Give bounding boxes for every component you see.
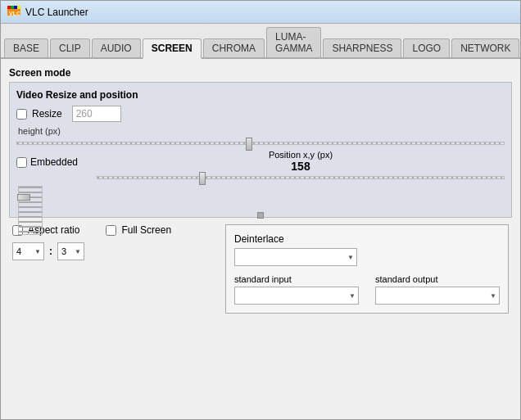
window-title: VLC Launcher <box>25 7 88 18</box>
position-value: 158 <box>97 160 505 173</box>
standard-input-label: standard input <box>234 274 359 284</box>
embedded-checkbox[interactable] <box>16 157 27 168</box>
tabs-bar: BASE CLIP AUDIO SCREEN CHROMA LUMA-GAMMA… <box>1 24 520 59</box>
content-area: Screen mode Video Resize and position Re… <box>1 59 520 419</box>
main-window: VLC VLC Launcher BASE CLIP AUDIO SCREEN … <box>0 0 521 420</box>
aspect-width-select[interactable]: 4 16 1 <box>12 242 44 260</box>
deinterlace-select[interactable] <box>234 248 357 266</box>
deinterlace-section: Deinterlace <box>234 233 500 266</box>
svg-rect-3 <box>17 6 20 9</box>
standard-input-group: standard input <box>234 274 359 305</box>
resize-slider-handle[interactable] <box>246 138 252 151</box>
right-bottom-panel: Deinterlace standard input <box>225 224 509 314</box>
aspect-height-select[interactable]: 3 9 1 <box>57 242 84 260</box>
standard-input-select[interactable] <box>234 287 359 305</box>
position-label: Position x,y (px) <box>97 150 505 160</box>
aspect-width-wrapper[interactable]: 4 16 1 <box>12 242 44 260</box>
aspect-values-row: 4 16 1 : 3 9 1 <box>12 242 209 260</box>
svg-rect-2 <box>14 6 17 9</box>
deinterlace-wrapper[interactable] <box>234 248 357 266</box>
full-screen-checkbox[interactable] <box>106 225 116 236</box>
left-bottom-panel: Aspect ratio Full Screen 4 16 1 : <box>12 224 209 314</box>
video-resize-title: Video Resize and position <box>16 89 505 101</box>
embedded-label: Embedded <box>30 156 78 168</box>
x-position-slider-handle[interactable] <box>199 172 206 185</box>
standard-output-label: standard output <box>375 274 500 284</box>
x-position-slider-track <box>97 176 505 179</box>
tab-clip[interactable]: CLIP <box>50 38 90 57</box>
embedded-row: Embedded <box>16 156 90 168</box>
tab-sharpness[interactable]: SHARPNESS <box>323 38 401 57</box>
tab-logo[interactable]: LOGO <box>403 38 450 57</box>
scroll-indicator <box>257 212 264 219</box>
standard-output-wrapper[interactable] <box>375 287 500 305</box>
embedded-position-section: Embedded Position x,y (px) 158 <box>16 150 505 183</box>
video-resize-group: Video Resize and position Resize height … <box>9 82 512 218</box>
y-position-slider-track <box>18 186 43 235</box>
aspect-colon: : <box>49 246 52 257</box>
resize-slider-track <box>16 142 505 145</box>
standard-output-group: standard output <box>375 274 500 305</box>
tab-audio[interactable]: AUDIO <box>92 38 141 57</box>
y-position-slider-handle[interactable] <box>17 194 30 201</box>
vlc-icon: VLC <box>7 6 20 19</box>
titlebar: VLC VLC Launcher <box>1 1 520 24</box>
tab-screen[interactable]: SCREEN <box>143 38 202 59</box>
screen-mode-title: Screen mode <box>9 67 512 79</box>
height-label: height (px) <box>18 126 61 136</box>
height-input[interactable] <box>72 106 121 122</box>
standard-input-wrapper[interactable] <box>234 287 359 305</box>
svg-rect-1 <box>11 6 14 9</box>
resize-checkbox[interactable] <box>16 109 27 120</box>
deinterlace-label: Deinterlace <box>234 233 500 245</box>
resize-row: Resize <box>16 106 505 122</box>
full-screen-label: Full Screen <box>121 224 171 236</box>
tab-network[interactable]: NETWORK <box>451 38 519 57</box>
bottom-section: Aspect ratio Full Screen 4 16 1 : <box>9 224 512 314</box>
tab-luma-gamma[interactable]: LUMA-GAMMA <box>266 27 321 57</box>
io-section: standard input standard output <box>234 274 500 305</box>
resize-label: Resize <box>32 108 62 120</box>
tab-chroma[interactable]: CHROMA <box>203 38 265 57</box>
tab-base[interactable]: BASE <box>4 38 48 57</box>
svg-text:VLC: VLC <box>9 11 20 16</box>
aspect-height-wrapper[interactable]: 3 9 1 <box>57 242 84 260</box>
svg-rect-0 <box>7 6 11 9</box>
standard-output-select[interactable] <box>375 287 500 305</box>
